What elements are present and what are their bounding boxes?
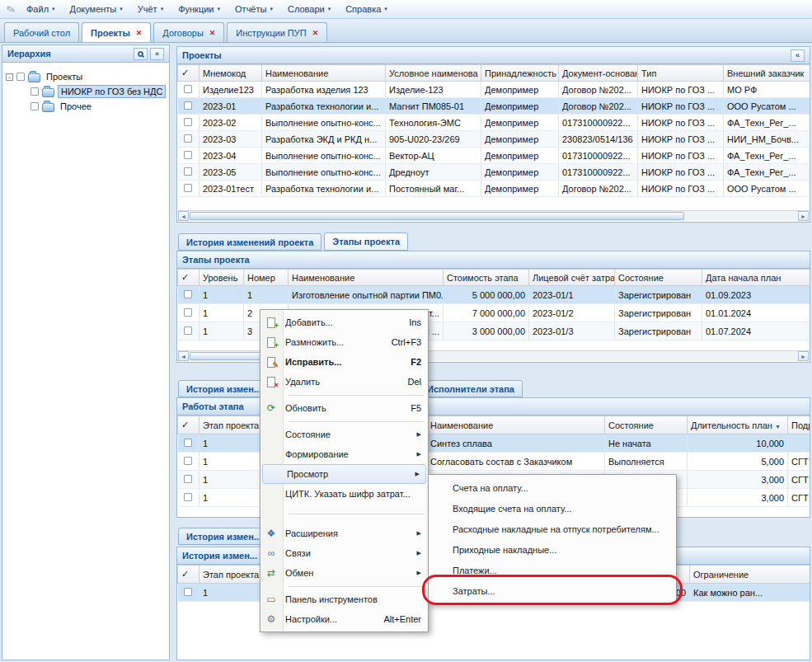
collapse-panel-button[interactable]: « <box>791 49 805 62</box>
table-row[interactable]: 2023-04Выполнение опытно-конс...Вектор-А… <box>178 148 810 164</box>
tab-work-history[interactable]: История измен... <box>178 528 270 545</box>
scrollbar-thumb[interactable] <box>190 212 684 220</box>
column-header[interactable]: Тип <box>638 65 724 82</box>
table-row[interactable]: Изделие123Разработка изделия 123Изделие-… <box>178 82 810 98</box>
submenu-item-invoices[interactable]: Счета на оплату... <box>429 477 676 498</box>
tree-expander-icon[interactable]: - <box>6 73 13 81</box>
row-checkbox[interactable] <box>184 457 192 465</box>
row-checkbox[interactable] <box>184 101 192 110</box>
scroll-right-icon[interactable]: ► <box>798 211 809 221</box>
close-tab-icon[interactable]: ✕ <box>312 29 319 37</box>
column-header[interactable]: Ограничение <box>690 566 810 584</box>
check-column-header[interactable]: ✓ <box>178 270 199 286</box>
row-checkbox[interactable] <box>184 588 192 596</box>
menu-item-extensions[interactable]: ❖Расширения▶ <box>261 523 427 543</box>
tab-desktop[interactable]: Рабочий стол <box>4 22 79 42</box>
menu-item-links[interactable]: ∞Связи▶ <box>261 543 427 563</box>
menu-item-view[interactable]: Просмотр▶ <box>262 464 426 484</box>
column-header[interactable]: Этап проекта <box>199 416 260 434</box>
scroll-left-icon[interactable]: ◄ <box>178 351 189 361</box>
menu-functions[interactable]: Функции▾ <box>171 2 228 16</box>
column-header[interactable]: Лицевой счёт затрат. <box>529 270 615 286</box>
column-header[interactable]: Условное наименова <box>386 65 481 82</box>
table-row-selected[interactable]: 2023-01Разработка технологии и...Магнит … <box>178 98 810 115</box>
column-header[interactable]: Внешний заказчик <box>724 65 810 82</box>
tree-checkbox[interactable] <box>16 73 25 81</box>
column-header[interactable]: Наименование <box>289 270 444 286</box>
check-column-header[interactable]: ✓ <box>178 65 199 82</box>
menu-item-formation[interactable]: Формирование▶ <box>261 444 427 464</box>
submenu-item-receipt-notes[interactable]: Приходные накладные... <box>429 539 676 560</box>
horizontal-scrollbar[interactable]: ◄ ► <box>178 210 809 221</box>
collapse-sidebar-button[interactable]: « <box>150 48 164 60</box>
menu-item-toolbar[interactable]: ▭Панель инструментов <box>261 589 427 609</box>
column-header[interactable]: Мнемокод <box>199 65 262 82</box>
tree-node-projects[interactable]: - Проекты <box>6 69 166 84</box>
row-checkbox[interactable] <box>184 184 192 192</box>
row-checkbox[interactable] <box>184 475 192 483</box>
tab-stage-executors[interactable]: Исполнители этапа <box>419 380 523 397</box>
menu-reports[interactable]: Отчёты▾ <box>228 2 280 16</box>
menu-item-edit[interactable]: ✎Исправить...F2 <box>261 352 427 372</box>
row-checkbox[interactable] <box>184 308 192 317</box>
menu-documents[interactable]: Документы▾ <box>63 2 130 16</box>
table-row[interactable]: 2023-02Выполнение опытно-конс...Технолог… <box>178 115 810 131</box>
row-checkbox[interactable] <box>184 167 192 176</box>
check-column-header[interactable]: ✓ <box>178 416 199 434</box>
tree-checkbox[interactable] <box>31 102 39 110</box>
close-tab-icon[interactable]: ✕ <box>136 29 143 37</box>
column-header[interactable]: Уровень <box>199 270 244 286</box>
column-header[interactable]: Подр... <box>788 416 810 434</box>
column-header[interactable]: Длительность план▼ <box>688 416 788 434</box>
row-checkbox[interactable] <box>184 118 192 126</box>
menu-item-settings[interactable]: ⚙Настройки...Alt+Enter <box>261 609 427 629</box>
menu-item-state[interactable]: Состояние▶ <box>261 425 427 444</box>
menu-item-add[interactable]: +Добавить...Ins <box>261 312 427 332</box>
table-row[interactable]: 2023-01тестРазработка технологии и...Пос… <box>178 181 810 197</box>
table-row[interactable]: 2023-05Выполнение опытно-конс...Дредноут… <box>178 164 810 181</box>
tab-project-stages[interactable]: Этапы проекта <box>324 232 408 251</box>
submenu-item-incoming-invoices[interactable]: Входящие счета на оплату... <box>429 498 676 519</box>
menu-dictionaries[interactable]: Словари▾ <box>280 2 338 16</box>
column-header[interactable]: Наименование <box>262 65 386 82</box>
tree-node-other[interactable]: Прочее <box>6 99 166 114</box>
tab-projects[interactable]: Проекты✕ <box>82 22 151 42</box>
menu-item-delete[interactable]: ×УдалитьDel <box>261 372 427 392</box>
tab-instructions[interactable]: Инструкции ПУП✕ <box>227 22 327 42</box>
scroll-right-icon[interactable]: ► <box>798 351 809 361</box>
tab-project-history[interactable]: История изменений проекта <box>178 233 322 251</box>
menu-item-citk-cost-code[interactable]: ЦИТК. Указать шифр затрат... <box>261 484 427 504</box>
menu-item-duplicate[interactable]: +Размножить...Ctrl+F3 <box>261 332 427 352</box>
check-column-header[interactable]: ✓ <box>178 566 199 584</box>
tree-checkbox[interactable] <box>31 87 39 96</box>
column-header[interactable]: Наименование <box>427 416 605 434</box>
column-header[interactable]: Документ-основан <box>559 65 638 82</box>
row-checkbox[interactable] <box>184 151 192 159</box>
column-header[interactable]: Принадлежность <box>481 65 559 82</box>
search-button[interactable] <box>134 48 148 60</box>
row-checkbox[interactable] <box>184 493 192 501</box>
column-header[interactable]: Дата начала план <box>702 270 810 286</box>
row-checkbox[interactable] <box>184 290 192 298</box>
row-checkbox[interactable] <box>184 326 192 335</box>
submenu-item-issue-notes[interactable]: Расходные накладные на отпуск потребител… <box>429 519 676 539</box>
row-checkbox[interactable] <box>184 134 192 143</box>
menu-item-refresh[interactable]: ⟳ОбновитьF5 <box>261 398 427 418</box>
scroll-left-icon[interactable]: ◄ <box>178 211 189 221</box>
menu-help[interactable]: Справка▾ <box>338 2 395 16</box>
submenu-item-payments[interactable]: Платежи... <box>429 560 676 580</box>
menu-file[interactable]: Файл▾ <box>19 2 63 16</box>
submenu-item-costs[interactable]: Затраты... <box>429 580 676 601</box>
tab-contracts[interactable]: Договоры✕ <box>153 22 224 42</box>
table-row-selected[interactable]: 11Изготовление опытной партии ПМ0...5 00… <box>178 286 810 304</box>
table-row[interactable]: 2023-03Разработка ЭКД и РКД н...905-U020… <box>178 131 810 148</box>
column-header[interactable]: Стоимость этапа <box>444 270 529 286</box>
tab-stage-history[interactable]: История измен... <box>178 380 270 397</box>
sidebar-splitter[interactable] <box>170 45 176 660</box>
close-tab-icon[interactable]: ✕ <box>209 29 216 37</box>
menu-accounting[interactable]: Учёт▾ <box>130 2 171 16</box>
row-checkbox[interactable] <box>184 439 192 447</box>
row-checkbox[interactable] <box>184 85 192 93</box>
column-header[interactable]: Состояние <box>605 416 688 434</box>
column-header[interactable]: Номер <box>244 270 289 286</box>
